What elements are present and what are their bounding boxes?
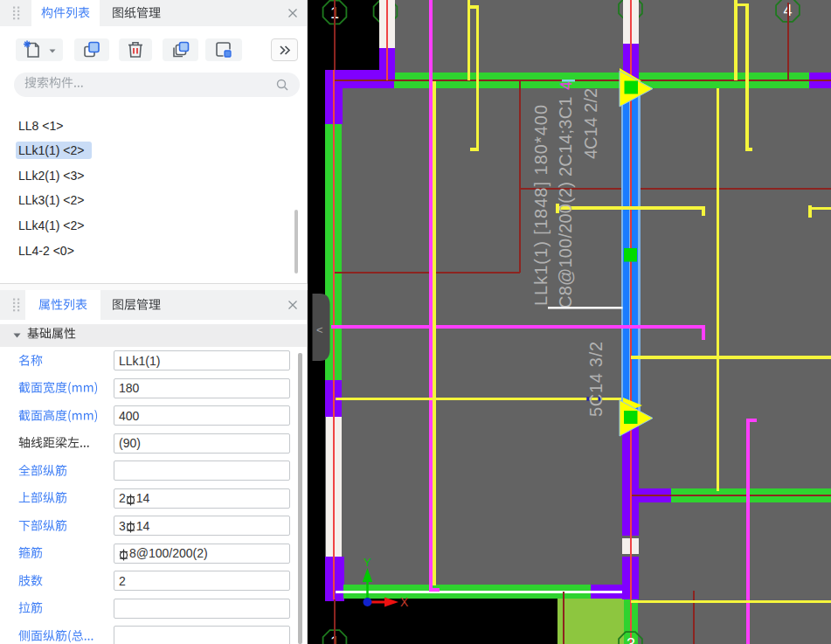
svg-text:4: 4 bbox=[557, 81, 575, 90]
svg-text:X: X bbox=[400, 595, 409, 609]
svg-text:3: 3 bbox=[627, 635, 635, 644]
svg-text:LLk1(1) [1848] 180*400: LLk1(1) [1848] 180*400 bbox=[531, 104, 551, 306]
svg-text:4C14 2/2: 4C14 2/2 bbox=[581, 88, 600, 159]
svg-text:Y: Y bbox=[364, 556, 371, 569]
svg-text:<: < bbox=[316, 323, 323, 336]
svg-text:5C14 3/2: 5C14 3/2 bbox=[586, 341, 606, 417]
svg-text:C8@100/200(2) 2C14;3C1: C8@100/200(2) 2C14;3C1 bbox=[556, 96, 575, 308]
